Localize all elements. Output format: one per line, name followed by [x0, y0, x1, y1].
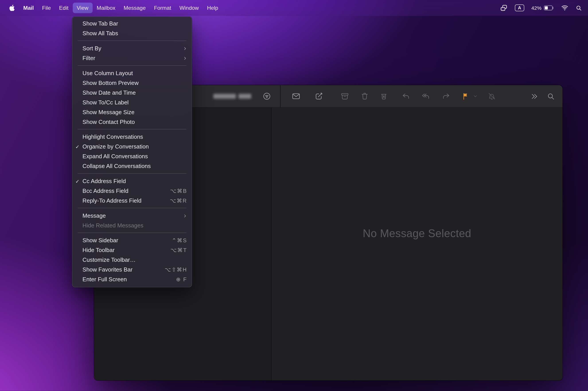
menubar-item-help[interactable]: Help: [203, 3, 222, 13]
menubar-item-mail[interactable]: Mail: [19, 3, 38, 13]
menu-item-show-message-size[interactable]: Show Message Size: [72, 107, 192, 117]
reading-pane: No Message Selected: [271, 108, 562, 381]
menu-item-enter-full-screen[interactable]: Enter Full Screen⊕ F: [72, 275, 192, 284]
menu-item-highlight-conversations[interactable]: Highlight Conversations: [72, 132, 192, 142]
mute-icon[interactable]: [487, 92, 496, 101]
redacted-mailbox-title: [213, 94, 251, 99]
flag-icon[interactable]: [462, 92, 470, 101]
menu-item-filter[interactable]: Filter: [72, 53, 192, 63]
view-menu-dropdown: Show Tab BarShow All TabsSort ByFilterUs…: [72, 16, 192, 287]
delete-icon[interactable]: [360, 92, 369, 101]
menu-item-show-sidebar[interactable]: Show Sidebar⌃⌘S: [72, 236, 192, 245]
menu-item-label: Cc Address Field: [83, 178, 126, 185]
menu-item-cc-address-field[interactable]: ✓Cc Address Field: [72, 177, 192, 186]
menu-bar-menus: MailFileEditViewMailboxMessageFormatWind…: [0, 0, 222, 16]
menu-item-label: Show Sidebar: [83, 237, 118, 244]
menu-item-shortcut: ⌥⌘B: [170, 188, 187, 194]
menu-item-show-tab-bar[interactable]: Show Tab Bar: [72, 19, 192, 29]
menu-item-expand-all-conversations[interactable]: Expand All Conversations: [72, 152, 192, 161]
menu-item-label: Show Date and Time: [83, 89, 136, 96]
menu-item-label: Show Bottom Preview: [83, 80, 139, 86]
menu-item-show-bottom-preview[interactable]: Show Bottom Preview: [72, 78, 192, 88]
menu-item-use-column-layout[interactable]: Use Column Layout: [72, 68, 192, 78]
menu-item-label: Show Tab Bar: [83, 20, 118, 27]
wifi-icon[interactable]: [561, 5, 569, 11]
menu-item-shortcut: ⊕ F: [176, 276, 187, 282]
desktop: MailFileEditViewMailboxMessageFormatWind…: [0, 0, 588, 391]
spotlight-search-icon[interactable]: [576, 5, 582, 11]
menu-item-label: Reply-To Address Field: [83, 197, 141, 204]
reply-all-icon[interactable]: [421, 92, 430, 101]
menu-item-bcc-address-field[interactable]: Bcc Address Field⌥⌘B: [72, 186, 192, 196]
menubar-item-view[interactable]: View: [73, 3, 93, 13]
menu-separator: [78, 65, 186, 66]
input-source-icon[interactable]: A: [515, 4, 524, 11]
menu-item-shortcut: ⌥⇧⌘H: [165, 267, 187, 273]
menu-item-customize-toolbar[interactable]: Customize Toolbar…: [72, 255, 192, 265]
menu-item-label: Show Message Size: [83, 109, 135, 115]
menubar-item-file[interactable]: File: [38, 3, 55, 13]
menu-separator: [78, 208, 186, 208]
menu-item-label: Show Favorites Bar: [83, 266, 133, 273]
filter-icon[interactable]: [262, 92, 271, 101]
menu-item-label: Filter: [83, 55, 95, 61]
menu-bar: MailFileEditViewMailboxMessageFormatWind…: [0, 0, 588, 16]
menu-item-show-contact-photo[interactable]: Show Contact Photo: [72, 117, 192, 127]
menu-item-label: Hide Related Messages: [83, 222, 143, 229]
reply-icon[interactable]: [402, 92, 410, 101]
toolbar-actions: [280, 85, 563, 107]
menu-separator: [78, 41, 186, 41]
menubar-item-message[interactable]: Message: [119, 3, 150, 13]
menu-item-collapse-all-conversations[interactable]: Collapse All Conversations: [72, 161, 192, 171]
menu-item-label: Collapse All Conversations: [83, 163, 151, 170]
menu-item-label: Expand All Conversations: [83, 153, 148, 160]
menu-item-sort-by[interactable]: Sort By: [72, 43, 192, 53]
menu-item-label: Show Contact Photo: [83, 119, 135, 125]
forward-icon[interactable]: [442, 92, 450, 101]
junk-icon[interactable]: [380, 92, 388, 101]
menu-item-label: Highlight Conversations: [83, 134, 143, 140]
menubar-item-edit[interactable]: Edit: [55, 3, 73, 13]
menu-item-label: Show All Tabs: [83, 30, 118, 37]
battery-status[interactable]: 42%: [531, 5, 554, 11]
menu-item-shortcut: ⌥⌘R: [170, 198, 187, 204]
menu-item-label: Organize by Conversation: [83, 143, 149, 150]
stacked-windows-icon[interactable]: [500, 4, 508, 12]
menu-item-show-all-tabs[interactable]: Show All Tabs: [72, 29, 192, 38]
flag-chevron-icon[interactable]: [473, 94, 478, 99]
menu-item-hide-toolbar[interactable]: Hide Toolbar⌥⌘T: [72, 245, 192, 255]
empty-state-text: No Message Selected: [363, 227, 471, 240]
menu-item-label: Show To/Cc Label: [83, 99, 129, 106]
battery-icon: [544, 5, 554, 11]
menu-item-label: Enter Full Screen: [83, 276, 127, 283]
menubar-item-window[interactable]: Window: [175, 3, 203, 13]
menu-item-label: Message: [83, 212, 106, 219]
menu-item-shortcut: ⌃⌘S: [172, 237, 187, 243]
overflow-icon[interactable]: [530, 92, 538, 100]
menu-separator: [78, 232, 186, 233]
checkmark-icon: ✓: [75, 144, 83, 149]
menubar-item-format[interactable]: Format: [150, 3, 175, 13]
search-icon[interactable]: [547, 92, 555, 100]
battery-percent: 42%: [531, 5, 541, 11]
menu-item-label: Hide Toolbar: [83, 247, 115, 254]
menu-item-organize-by-conversation[interactable]: ✓Organize by Conversation: [72, 142, 192, 152]
compose-icon[interactable]: [315, 92, 323, 101]
menu-separator: [78, 173, 186, 174]
checkmark-icon: ✓: [75, 179, 83, 184]
menu-item-show-favorites-bar[interactable]: Show Favorites Bar⌥⇧⌘H: [72, 265, 192, 275]
apple-menu-icon[interactable]: [4, 0, 19, 16]
menu-item-label: Bcc Address Field: [83, 188, 128, 194]
submenu-chevron-icon: [183, 46, 187, 51]
menubar-item-mailbox[interactable]: Mailbox: [93, 3, 120, 13]
submenu-chevron-icon: [183, 214, 187, 218]
menu-item-label: Sort By: [83, 45, 101, 52]
get-mail-icon[interactable]: [292, 92, 300, 101]
menu-item-show-to-cc-label[interactable]: Show To/Cc Label: [72, 98, 192, 107]
menu-item-label: Customize Toolbar…: [83, 257, 136, 263]
menu-item-reply-to-address-field[interactable]: Reply-To Address Field⌥⌘R: [72, 196, 192, 206]
menu-item-show-date-and-time[interactable]: Show Date and Time: [72, 88, 192, 98]
archive-icon[interactable]: [340, 92, 349, 101]
menu-item-label: Use Column Layout: [83, 70, 133, 77]
menu-item-message[interactable]: Message: [72, 211, 192, 220]
